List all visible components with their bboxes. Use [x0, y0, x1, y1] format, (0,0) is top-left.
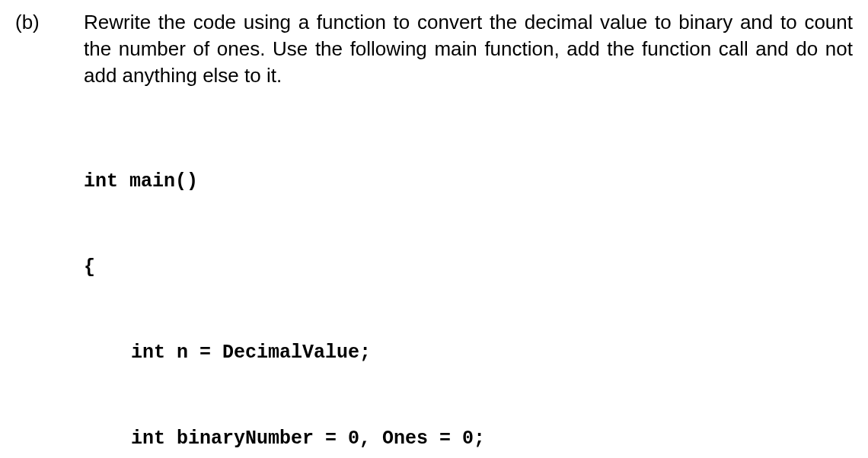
code-line-3: int n = DecimalValue;	[84, 339, 853, 367]
code-block: int main() { int n = DecimalValue; int b…	[84, 110, 853, 458]
question-b-label: (b)	[15, 9, 84, 34]
code-line-2: {	[84, 253, 853, 282]
code-line-4: int binaryNumber = 0, Ones = 0;	[84, 425, 853, 453]
question-b-content: Rewrite the code using a function to con…	[84, 9, 853, 458]
question-b-instruction: Rewrite the code using a function to con…	[84, 9, 853, 89]
code-line-1: int main()	[84, 167, 853, 196]
question-b-block: (b) Rewrite the code using a function to…	[15, 9, 853, 458]
